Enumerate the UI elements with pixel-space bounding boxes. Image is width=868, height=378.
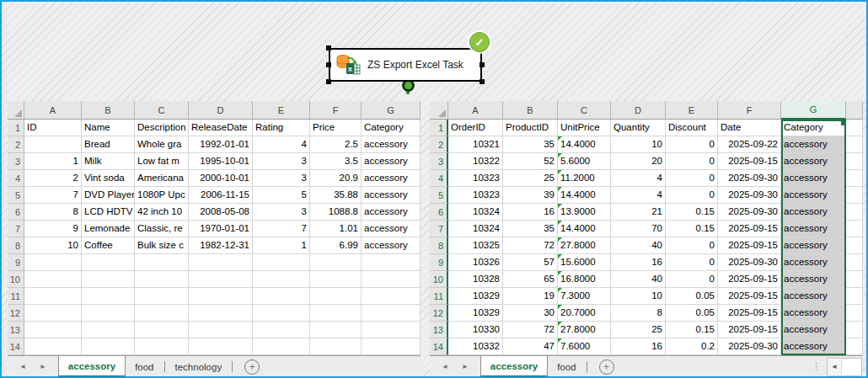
- cell-G1[interactable]: Category: [362, 120, 421, 136]
- cell-C14[interactable]: [135, 338, 189, 355]
- column-header-B[interactable]: B: [82, 101, 135, 120]
- cell-F14[interactable]: [310, 338, 362, 355]
- cell-B12[interactable]: 30: [503, 305, 558, 322]
- cell-G9[interactable]: accessory: [781, 254, 846, 271]
- cell-A1[interactable]: ID: [24, 120, 82, 136]
- cell-G7[interactable]: accessory: [362, 221, 421, 237]
- cell-E9[interactable]: [253, 254, 310, 271]
- cell-C14[interactable]: 7.6000: [558, 338, 611, 355]
- cell-G5[interactable]: accessory: [362, 187, 421, 204]
- cell-C11[interactable]: [135, 288, 189, 305]
- cell-F10[interactable]: 2025-09-15: [718, 271, 781, 288]
- cell-F11[interactable]: [310, 288, 362, 305]
- cell-partial[interactable]: [846, 136, 863, 153]
- cell-A8[interactable]: 10: [24, 237, 82, 254]
- cell-A2[interactable]: [24, 136, 82, 153]
- cell-D6[interactable]: 2008-05-08: [189, 204, 253, 221]
- cell-C12[interactable]: [135, 305, 189, 322]
- cell-G10[interactable]: accessory: [781, 271, 846, 288]
- cell-E2[interactable]: 4: [253, 136, 310, 153]
- cell-B3[interactable]: Milk: [82, 153, 135, 170]
- tab-scroll-left-icon[interactable]: ◄: [19, 363, 26, 370]
- task-node-zs-export-excel[interactable]: X ZS Export Excel Task: [329, 48, 482, 82]
- cell-B9[interactable]: 57: [503, 254, 558, 271]
- cell-F7[interactable]: 1.01: [310, 221, 362, 237]
- cell-G8[interactable]: accessory: [362, 237, 421, 254]
- selection-handle-mid-left[interactable]: [326, 62, 331, 67]
- cell-G14[interactable]: accessory: [781, 338, 846, 355]
- cell-F9[interactable]: [310, 254, 362, 271]
- row-header-11[interactable]: 11: [430, 288, 448, 305]
- cell-C6[interactable]: 42 inch 10: [135, 204, 189, 221]
- cell-D6[interactable]: 21: [611, 204, 666, 221]
- selection-handle-bottom-left[interactable]: [326, 79, 331, 84]
- row-header-5[interactable]: 5: [8, 187, 24, 204]
- cell-G8[interactable]: accessory: [781, 237, 846, 254]
- cell-B9[interactable]: [82, 254, 135, 271]
- cell-F3[interactable]: 2025-09-15: [718, 153, 781, 170]
- cell-B3[interactable]: 52: [503, 153, 558, 170]
- cell-C1[interactable]: Description: [135, 120, 189, 136]
- cell-D11[interactable]: [189, 288, 253, 305]
- cell-B13[interactable]: 72: [503, 322, 558, 338]
- row-header-6[interactable]: 6: [430, 204, 448, 221]
- row-header-2[interactable]: 2: [8, 136, 24, 153]
- column-header-E[interactable]: E: [253, 101, 310, 120]
- column-header-D[interactable]: D: [611, 101, 666, 120]
- cell-G3[interactable]: accessory: [781, 153, 846, 170]
- cell-F4[interactable]: 20.9: [310, 170, 362, 187]
- cell-D14[interactable]: [189, 338, 253, 355]
- cell-C10[interactable]: 16.8000: [558, 271, 611, 288]
- cell-D8[interactable]: 1982-12-31: [189, 237, 253, 254]
- cell-partial[interactable]: [846, 120, 863, 136]
- column-header-G[interactable]: G: [781, 101, 846, 120]
- cell-F5[interactable]: 35.88: [310, 187, 362, 204]
- row-header-1[interactable]: 1: [430, 120, 448, 136]
- select-all-corner[interactable]: [430, 101, 448, 120]
- column-header-G[interactable]: G: [362, 101, 421, 120]
- cell-D13[interactable]: 25: [611, 322, 666, 338]
- row-header-9[interactable]: 9: [430, 254, 448, 271]
- cell-F1[interactable]: Price: [310, 120, 362, 136]
- cell-B8[interactable]: Coffee: [82, 237, 135, 254]
- cell-C9[interactable]: 15.6000: [558, 254, 611, 271]
- cell-A11[interactable]: [24, 288, 82, 305]
- cell-B2[interactable]: Bread: [82, 136, 135, 153]
- cell-partial[interactable]: [846, 305, 863, 322]
- cell-C9[interactable]: [135, 254, 189, 271]
- cell-partial[interactable]: [846, 338, 863, 355]
- cell-D3[interactable]: 1995-10-01: [189, 153, 253, 170]
- cell-F8[interactable]: 2025-09-15: [718, 237, 781, 254]
- cell-E4[interactable]: 3: [253, 170, 310, 187]
- cell-B6[interactable]: 16: [503, 204, 558, 221]
- column-header-B[interactable]: B: [503, 101, 558, 120]
- cell-A4[interactable]: 10323: [448, 170, 503, 187]
- cell-B8[interactable]: 72: [503, 237, 558, 254]
- cell-C5[interactable]: 1080P Upc: [135, 187, 189, 204]
- column-header-F[interactable]: F: [718, 101, 781, 120]
- cell-D1[interactable]: ReleaseDate: [189, 120, 253, 136]
- cell-F4[interactable]: 2025-09-30: [718, 170, 781, 187]
- cell-D10[interactable]: [189, 271, 253, 288]
- cell-partial[interactable]: [846, 254, 863, 271]
- cell-partial[interactable]: [846, 288, 863, 305]
- cell-F7[interactable]: 2025-09-15: [718, 221, 781, 237]
- cell-C3[interactable]: 5.6000: [558, 153, 611, 170]
- add-sheet-button[interactable]: +: [244, 359, 260, 375]
- cell-A6[interactable]: 8: [24, 204, 82, 221]
- cell-G2[interactable]: accessory: [362, 136, 421, 153]
- cell-D8[interactable]: 40: [611, 237, 666, 254]
- cell-A5[interactable]: 10323: [448, 187, 503, 204]
- cell-F12[interactable]: [310, 305, 362, 322]
- cell-D9[interactable]: 16: [611, 254, 666, 271]
- cell-D4[interactable]: 2000-10-01: [189, 170, 253, 187]
- cell-G6[interactable]: accessory: [362, 204, 421, 221]
- cell-E9[interactable]: 0: [666, 254, 718, 271]
- cell-D7[interactable]: 70: [611, 221, 666, 237]
- cell-B14[interactable]: [82, 338, 135, 355]
- cell-C2[interactable]: 14.4000: [558, 136, 611, 153]
- cell-C13[interactable]: [135, 322, 189, 338]
- cell-E4[interactable]: 0: [666, 170, 718, 187]
- column-header-A[interactable]: A: [24, 101, 82, 120]
- row-header-11[interactable]: 11: [8, 288, 24, 305]
